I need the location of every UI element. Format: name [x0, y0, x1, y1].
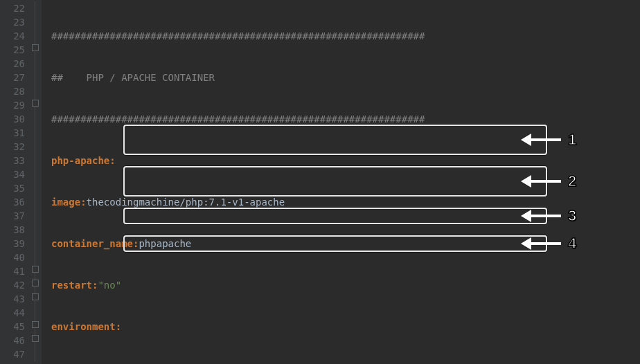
line-number: 26: [0, 57, 25, 71]
line-number: 39: [0, 237, 25, 251]
callout-2: 2: [521, 174, 576, 188]
line-number: 44: [0, 306, 25, 320]
line-number: 33: [0, 154, 25, 167]
annotation-box-2: [123, 166, 547, 197]
arrow-icon: [521, 240, 561, 247]
line-number: 37: [0, 209, 25, 223]
arrow-icon: [521, 212, 561, 219]
callout-number: 2: [568, 174, 576, 188]
yaml-key: php-apache:: [51, 154, 116, 167]
comment-rule: ########################################…: [51, 29, 425, 43]
line-number: 42: [0, 278, 25, 292]
line-number: 36: [0, 195, 25, 209]
arrow-icon: [521, 178, 561, 185]
fold-toggle-icon[interactable]: [32, 335, 39, 342]
line-number: 27: [0, 71, 25, 84]
line-number: 45: [0, 320, 25, 334]
line-number: 23: [0, 15, 25, 29]
line-number: 43: [0, 292, 25, 306]
line-number: 40: [0, 251, 25, 264]
yaml-value: thecodingmachine/php:7.1-v1-apache: [87, 195, 285, 209]
line-number: 22: [0, 1, 25, 15]
line-number: 29: [0, 98, 25, 112]
callout-4: 4: [521, 237, 576, 251]
annotation-box-1: [123, 125, 547, 155]
fold-toggle-icon[interactable]: [32, 100, 39, 107]
callout-number: 1: [568, 133, 576, 147]
fold-gutter: [29, 0, 42, 364]
callout-number: 3: [568, 209, 576, 223]
line-number: 47: [0, 347, 25, 361]
line-number: 25: [0, 43, 25, 57]
line-number: 32: [0, 140, 25, 154]
callout-3: 3: [521, 209, 576, 223]
line-number: 28: [0, 84, 25, 98]
callout-number: 4: [568, 237, 576, 251]
section-title: ## PHP / APACHE CONTAINER: [51, 71, 215, 84]
arrow-icon: [521, 136, 561, 143]
yaml-key: image:: [51, 195, 87, 209]
line-number: 30: [0, 112, 25, 126]
line-number: 35: [0, 181, 25, 195]
fold-toggle-icon[interactable]: [32, 280, 39, 286]
fold-toggle-icon[interactable]: [32, 293, 39, 300]
comment-rule: ########################################…: [51, 112, 425, 126]
line-number: 34: [0, 167, 25, 181]
line-number: 38: [0, 223, 25, 237]
yaml-value: "no": [98, 278, 121, 292]
yaml-value: phpapache: [139, 237, 191, 251]
callout-1: 1: [521, 133, 576, 147]
line-number-gutter: 22 23 24 25 26 27 28 29 30 31 32 33 34 3…: [0, 0, 29, 364]
yaml-key: container_name:: [51, 237, 139, 251]
yaml-key: restart:: [51, 278, 98, 292]
line-number: 31: [0, 126, 25, 140]
fold-toggle-icon[interactable]: [32, 321, 39, 328]
fold-toggle-icon[interactable]: [32, 44, 39, 51]
line-number: 41: [0, 264, 25, 278]
fold-toggle-icon[interactable]: [32, 266, 39, 273]
line-number: 24: [0, 29, 25, 43]
yaml-key: environment:: [51, 320, 121, 334]
line-number: 46: [0, 334, 25, 347]
annotation-box-3: [123, 208, 547, 224]
